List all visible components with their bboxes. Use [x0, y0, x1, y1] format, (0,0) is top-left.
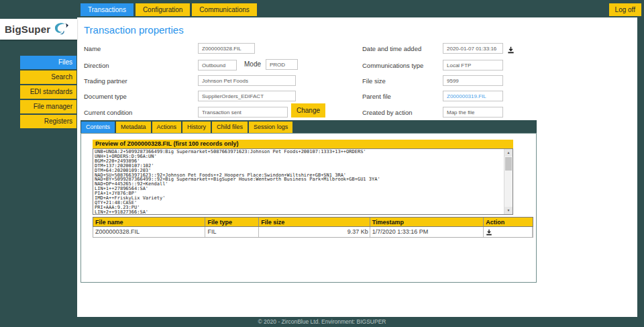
cell-timestamp: 1/7/2020 1:33:16 PM	[370, 227, 484, 237]
tab-contents[interactable]: Contents	[81, 122, 115, 133]
parent-file-link[interactable]	[443, 91, 503, 101]
parent-file-label: Parent file	[362, 93, 391, 100]
tab-metadata[interactable]: Metadata	[116, 122, 151, 133]
sidebar-item-edi-standards[interactable]: EDI standards	[20, 85, 76, 99]
header-file-size: File size	[259, 218, 370, 226]
mode-label: Mode	[244, 60, 261, 68]
preview-scrollbar[interactable]: ▲ ▼	[504, 149, 513, 214]
communications-type-label: Communications type	[362, 62, 423, 69]
logo: BigSuper	[0, 19, 77, 40]
direction-input[interactable]	[198, 60, 237, 71]
created-by-action-label: Created by action	[362, 109, 412, 116]
tab-history[interactable]: History	[182, 122, 211, 133]
preview-title: Preview of Z000000328.FIL (first 100 rec…	[93, 140, 513, 148]
nav-tab-configuration[interactable]: Configuration	[136, 3, 190, 16]
document-type-input[interactable]	[198, 91, 296, 101]
change-button[interactable]: Change	[291, 103, 325, 118]
nav-tab-communications[interactable]: Communications	[192, 3, 256, 16]
trading-partner-input[interactable]	[198, 75, 296, 86]
header-timestamp: Timestamp	[370, 218, 484, 226]
header-action: Action	[484, 218, 533, 226]
sidebar: Files Search EDI standards File manager …	[20, 56, 76, 130]
download-icon[interactable]	[507, 44, 515, 56]
current-condition-input[interactable]	[198, 107, 288, 118]
tab-child-files[interactable]: Child files	[212, 122, 248, 133]
page-title: Transaction properties	[84, 24, 184, 36]
nav-tab-transactions[interactable]: Transactions	[80, 3, 133, 16]
document-type-label: Document type	[84, 93, 127, 100]
date-added-input[interactable]	[443, 43, 503, 54]
date-added-label: Date and time added	[362, 45, 421, 52]
name-input[interactable]	[198, 43, 255, 54]
communications-type-input[interactable]	[443, 60, 503, 71]
cell-file-type: FIL	[205, 227, 259, 237]
sidebar-item-files[interactable]: Files	[20, 56, 76, 69]
header-file-name: File name	[93, 218, 205, 226]
preview-content[interactable]: UNB+UNOA:2+5099287366499:Big Supermarket…	[95, 150, 503, 214]
sidebar-item-registers[interactable]: Registers	[20, 115, 76, 128]
logoff-button[interactable]: Log off	[609, 3, 641, 16]
mode-input[interactable]	[266, 59, 298, 70]
cell-file-name: Z000000328.FIL	[93, 227, 205, 237]
tab-actions[interactable]: Actions	[152, 122, 182, 133]
scroll-up-icon[interactable]: ▲	[504, 149, 513, 156]
footer: © 2020 - ZirconBlue Ltd. Environment: BI…	[0, 317, 644, 327]
created-by-action-input[interactable]	[443, 107, 503, 118]
download-icon[interactable]	[486, 230, 492, 237]
file-size-input[interactable]	[443, 75, 503, 86]
preview-box: UNB+UNOA:2+5099287366499:Big Supermarket…	[93, 148, 513, 215]
direction-label: Direction	[84, 62, 109, 69]
top-nav-tabs: Transactions Configuration Communication…	[80, 3, 257, 16]
scroll-thumb[interactable]	[505, 157, 512, 171]
cell-file-size: 9.37 Kb	[259, 227, 370, 237]
sidebar-item-file-manager[interactable]: File manager	[20, 100, 76, 113]
footer-text: © 2020 - ZirconBlue Ltd. Environment: BI…	[258, 318, 386, 325]
tab-session-logs[interactable]: Session logs	[249, 122, 292, 133]
files-table-header: File name File type File size Timestamp …	[93, 217, 533, 227]
name-label: Name	[84, 45, 101, 52]
header-file-type: File type	[205, 218, 259, 226]
logo-text: BigSuper	[5, 24, 50, 35]
files-table: File name File type File size Timestamp …	[93, 217, 533, 238]
detail-tabs: Contents Metadata Actions History Child …	[80, 120, 537, 133]
cell-action	[484, 227, 533, 237]
trading-partner-label: Trading partner	[84, 77, 127, 85]
file-size-label: File size	[362, 77, 386, 85]
sidebar-item-search[interactable]: Search	[20, 71, 76, 84]
logo-swirl-icon	[53, 21, 69, 38]
scroll-down-icon[interactable]: ▼	[504, 207, 513, 214]
current-condition-label: Current condition	[84, 109, 132, 116]
table-row: Z000000328.FIL FIL 9.37 Kb 1/7/2020 1:33…	[93, 227, 533, 238]
main-content: Transaction properties Name Direction Mo…	[77, 17, 637, 317]
